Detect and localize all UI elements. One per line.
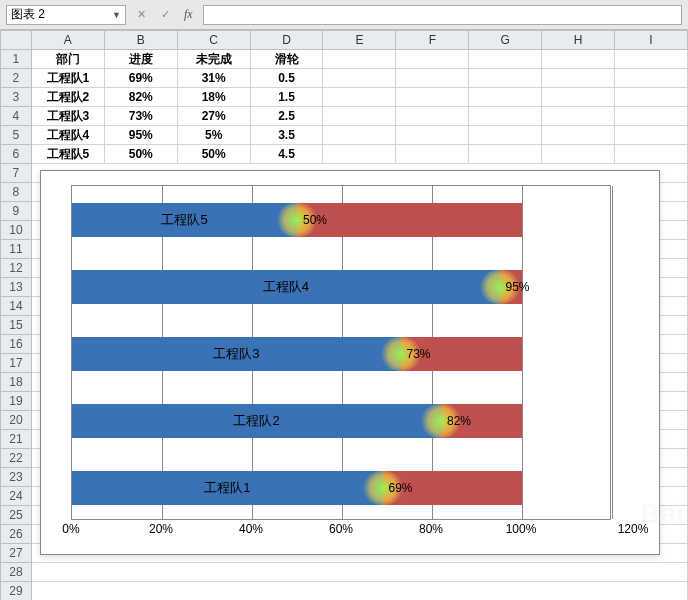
bar-row[interactable]: 工程队495% [72, 270, 610, 304]
bar-row[interactable]: 工程队373% [72, 337, 610, 371]
cell[interactable] [615, 50, 688, 69]
bar-row[interactable]: 工程队282% [72, 404, 610, 438]
bar-progress[interactable] [72, 203, 297, 237]
cell[interactable] [469, 88, 542, 107]
row-header[interactable]: 13 [1, 278, 32, 297]
bar-progress[interactable] [72, 404, 441, 438]
plot-area[interactable]: 工程队550%工程队495%工程队373%工程队282%工程队169% [71, 185, 611, 520]
row-header[interactable]: 16 [1, 335, 32, 354]
cell[interactable]: 工程队5 [31, 145, 104, 164]
row-header[interactable]: 23 [1, 468, 32, 487]
cell[interactable] [469, 69, 542, 88]
col-header[interactable]: G [469, 31, 542, 50]
cell[interactable]: 27% [177, 107, 250, 126]
row-header[interactable]: 29 [1, 582, 32, 601]
row-header[interactable]: 1 [1, 50, 32, 69]
cell[interactable]: 部门 [31, 50, 104, 69]
cell[interactable]: 工程队1 [31, 69, 104, 88]
cell[interactable] [469, 126, 542, 145]
cell[interactable] [469, 145, 542, 164]
cell[interactable]: 5% [177, 126, 250, 145]
row-header[interactable]: 3 [1, 88, 32, 107]
cell[interactable]: 工程队3 [31, 107, 104, 126]
cell[interactable]: 工程队4 [31, 126, 104, 145]
bar-remaining[interactable] [441, 404, 522, 438]
bar-row[interactable]: 工程队169% [72, 471, 610, 505]
cell[interactable] [323, 88, 396, 107]
row-header[interactable]: 2 [1, 69, 32, 88]
cell[interactable]: 0.5 [250, 69, 323, 88]
row-header[interactable]: 9 [1, 202, 32, 221]
bar-progress[interactable] [72, 471, 383, 505]
cell[interactable] [323, 69, 396, 88]
cell[interactable]: 滑轮 [250, 50, 323, 69]
name-box[interactable]: 图表 2 ▼ [6, 5, 126, 25]
bar-remaining[interactable] [401, 337, 523, 371]
cell[interactable] [323, 50, 396, 69]
cell[interactable] [542, 126, 615, 145]
cell[interactable]: 95% [104, 126, 177, 145]
confirm-icon[interactable]: ✓ [156, 6, 174, 24]
cell[interactable] [615, 88, 688, 107]
row-header[interactable]: 6 [1, 145, 32, 164]
cell[interactable] [323, 126, 396, 145]
cell[interactable] [396, 145, 469, 164]
row-header[interactable]: 19 [1, 392, 32, 411]
col-header[interactable]: B [104, 31, 177, 50]
bar-row[interactable]: 工程队550% [72, 203, 610, 237]
cell[interactable]: 82% [104, 88, 177, 107]
row-header[interactable]: 10 [1, 221, 32, 240]
cell[interactable]: 3.5 [250, 126, 323, 145]
row-header[interactable]: 27 [1, 544, 32, 563]
cell[interactable] [469, 50, 542, 69]
col-header[interactable]: H [542, 31, 615, 50]
row-header[interactable]: 17 [1, 354, 32, 373]
row-header[interactable]: 26 [1, 525, 32, 544]
fx-icon[interactable]: fx [180, 7, 197, 22]
formula-bar[interactable] [203, 5, 682, 25]
cell[interactable] [542, 107, 615, 126]
row-header[interactable]: 8 [1, 183, 32, 202]
cell[interactable]: 69% [104, 69, 177, 88]
cell[interactable] [323, 107, 396, 126]
cell[interactable] [615, 107, 688, 126]
cell[interactable] [396, 50, 469, 69]
bar-remaining[interactable] [500, 270, 523, 304]
row-header[interactable]: 24 [1, 487, 32, 506]
row-header[interactable]: 25 [1, 506, 32, 525]
col-header[interactable]: C [177, 31, 250, 50]
bar-progress[interactable] [72, 270, 500, 304]
cell[interactable]: 73% [104, 107, 177, 126]
row-header[interactable]: 28 [1, 563, 32, 582]
col-header[interactable]: I [615, 31, 688, 50]
row-header[interactable]: 20 [1, 411, 32, 430]
cell[interactable] [615, 69, 688, 88]
row-header[interactable]: 5 [1, 126, 32, 145]
cell[interactable]: 4.5 [250, 145, 323, 164]
cell[interactable] [542, 50, 615, 69]
cell[interactable]: 进度 [104, 50, 177, 69]
cell[interactable]: 未完成 [177, 50, 250, 69]
row-header[interactable]: 15 [1, 316, 32, 335]
cell[interactable]: 1.5 [250, 88, 323, 107]
col-header[interactable]: E [323, 31, 396, 50]
cancel-icon[interactable]: ✕ [132, 6, 150, 24]
bar-remaining[interactable] [297, 203, 522, 237]
cell[interactable] [615, 145, 688, 164]
bar-remaining[interactable] [383, 471, 523, 505]
cell[interactable]: 50% [177, 145, 250, 164]
row-header[interactable]: 22 [1, 449, 32, 468]
col-header[interactable]: F [396, 31, 469, 50]
row-header[interactable]: 18 [1, 373, 32, 392]
row-header[interactable]: 14 [1, 297, 32, 316]
cell[interactable]: 2.5 [250, 107, 323, 126]
row-header[interactable]: 21 [1, 430, 32, 449]
select-all-corner[interactable] [1, 31, 32, 50]
cell[interactable] [542, 69, 615, 88]
row-header[interactable]: 4 [1, 107, 32, 126]
col-header[interactable]: A [31, 31, 104, 50]
cell[interactable]: 50% [104, 145, 177, 164]
embedded-chart[interactable]: 工程队550%工程队495%工程队373%工程队282%工程队169% 0%20… [40, 170, 660, 555]
row-header[interactable]: 11 [1, 240, 32, 259]
col-header[interactable]: D [250, 31, 323, 50]
